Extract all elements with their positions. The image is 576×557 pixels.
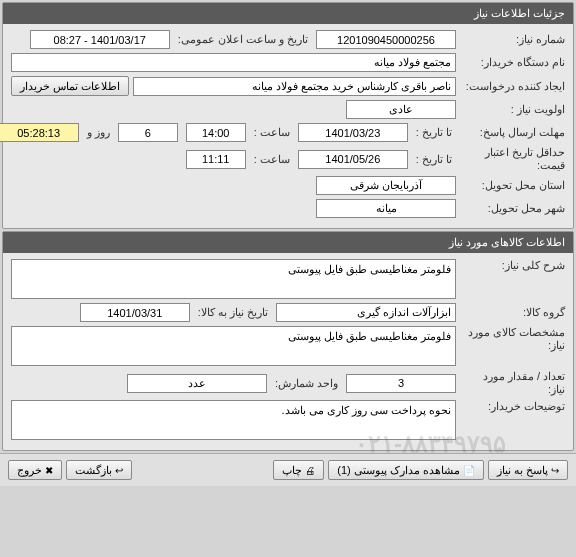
priority-field[interactable] <box>346 100 456 119</box>
footer-left-group: بازگشت خروج <box>8 460 132 480</box>
province-field[interactable] <box>316 176 456 195</box>
need-no-label: شماره نیاز: <box>460 33 565 46</box>
desc-label: شرح کلی نیاز: <box>460 259 565 272</box>
panel1-header: جزئیات اطلاعات نیاز <box>3 3 573 24</box>
city-label: شهر محل تحویل: <box>460 202 565 215</box>
notes-label: توضیحات خریدار: <box>460 400 565 413</box>
creator-label: ایجاد کننده درخواست: <box>460 80 565 93</box>
province-label: استان محل تحویل: <box>460 179 565 192</box>
priority-label: اولویت نیاز : <box>460 103 565 116</box>
deadline-time-field[interactable] <box>186 123 246 142</box>
deadline-label: مهلت ارسال پاسخ: <box>460 126 565 139</box>
validity-label: حداقل تاریخ اعتبار قیمت: <box>460 146 565 172</box>
goods-info-panel: اطلاعات کالاهای مورد نیاز شرح کلی نیاز: … <box>2 231 574 451</box>
notes-field[interactable] <box>11 400 456 440</box>
buyer-field[interactable] <box>11 53 456 72</box>
contact-info-button[interactable]: اطلاعات تماس خریدار <box>11 76 129 96</box>
need-date-field[interactable] <box>80 303 190 322</box>
desc-field[interactable] <box>11 259 456 299</box>
announce-label: تاریخ و ساعت اعلان عمومی: <box>174 33 312 46</box>
group-label: گروه کالا: <box>460 306 565 319</box>
panel1-body: شماره نیاز: تاریخ و ساعت اعلان عمومی: نا… <box>3 24 573 228</box>
time-label-2: ساعت : <box>250 153 294 166</box>
validity-time-field[interactable] <box>186 150 246 169</box>
panel2-header: اطلاعات کالاهای مورد نیاز <box>3 232 573 253</box>
deadline-date-field[interactable] <box>298 123 408 142</box>
footer-right-group: پاسخ به نیاز مشاهده مدارک پیوستی (1) چاپ <box>273 460 568 480</box>
group-field[interactable] <box>276 303 456 322</box>
need-no-field[interactable] <box>316 30 456 49</box>
spec-label: مشخصات کالای مورد نیاز: <box>460 326 565 352</box>
reply-button[interactable]: پاسخ به نیاز <box>488 460 568 480</box>
exit-button[interactable]: خروج <box>8 460 62 480</box>
unit-label: واحد شمارش: <box>271 377 342 390</box>
city-field[interactable] <box>316 199 456 218</box>
panel2-body: شرح کلی نیاز: گروه کالا: تاریخ نیاز به ک… <box>3 253 573 450</box>
creator-field[interactable] <box>133 77 456 96</box>
spec-field[interactable] <box>11 326 456 366</box>
back-button[interactable]: بازگشت <box>66 460 132 480</box>
to-date-label: تا تاریخ : <box>412 126 456 139</box>
attachments-button[interactable]: مشاهده مدارک پیوستی (1) <box>328 460 484 480</box>
time-remaining-field <box>0 123 79 142</box>
need-date-label: تاریخ نیاز به کالا: <box>194 306 272 319</box>
announce-field[interactable] <box>30 30 170 49</box>
qty-label: تعداد / مقدار مورد نیاز: <box>460 370 565 396</box>
buyer-label: نام دستگاه خریدار: <box>460 56 565 69</box>
time-label-1: ساعت : <box>250 126 294 139</box>
footer-bar: پاسخ به نیاز مشاهده مدارک پیوستی (1) چاپ… <box>0 453 576 486</box>
to-date-label-2: تا تاریخ : <box>412 153 456 166</box>
days-remaining-field <box>118 123 178 142</box>
qty-field[interactable] <box>346 374 456 393</box>
print-button[interactable]: چاپ <box>273 460 324 480</box>
need-details-panel: جزئیات اطلاعات نیاز شماره نیاز: تاریخ و … <box>2 2 574 229</box>
validity-date-field[interactable] <box>298 150 408 169</box>
days-label: روز و <box>83 126 114 139</box>
unit-field[interactable] <box>127 374 267 393</box>
